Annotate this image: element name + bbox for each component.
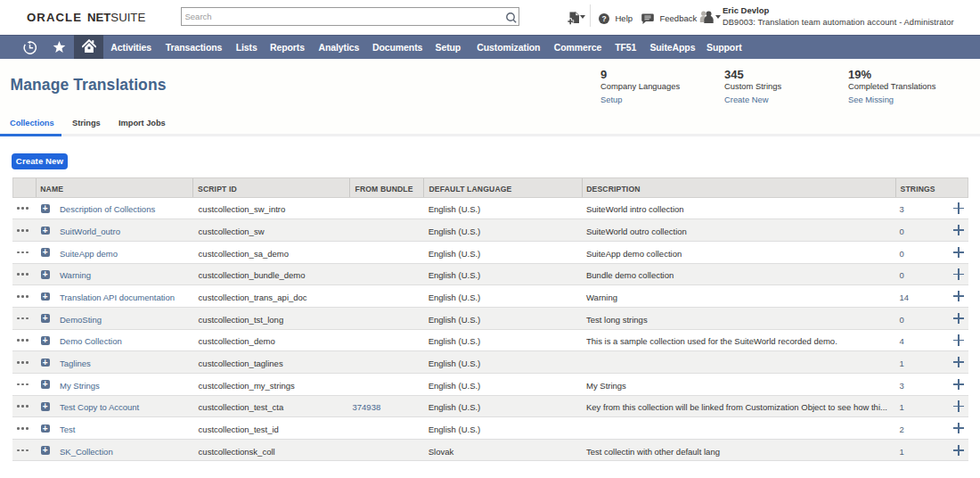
svg-text:?: ? (601, 14, 606, 23)
